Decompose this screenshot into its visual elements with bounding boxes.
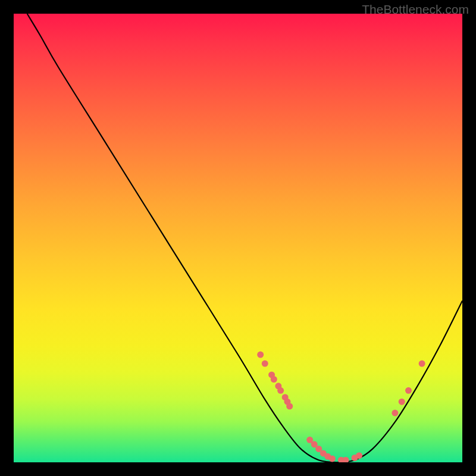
chart-plot-area [14, 14, 462, 462]
curve-marker [329, 455, 336, 462]
curve-marker [419, 361, 425, 367]
chart-svg [14, 14, 462, 462]
curve-marker [342, 457, 349, 462]
curve-marker [399, 399, 405, 405]
curve-marker [356, 452, 362, 459]
watermark-text: TheBottleneck.com [362, 2, 469, 17]
curve-marker [262, 361, 268, 367]
curve-marker [277, 387, 284, 394]
curve-marker [271, 376, 277, 383]
curve-marker [257, 352, 264, 358]
curve-markers [257, 352, 425, 462]
curve-marker [392, 410, 398, 416]
bottleneck-curve [27, 14, 462, 462]
curve-marker [286, 403, 293, 409]
curve-marker [405, 387, 412, 394]
